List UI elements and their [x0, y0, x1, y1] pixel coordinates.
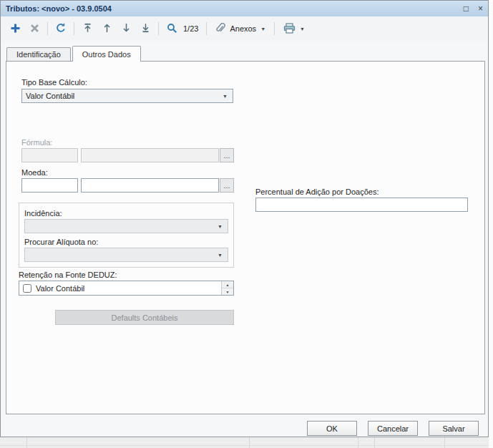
background-grid-line: [249, 437, 250, 448]
tab-outros-dados[interactable]: Outros Dados: [72, 46, 141, 62]
save-button[interactable]: Salvar: [429, 421, 479, 436]
moeda-label: Moeda:: [21, 168, 48, 177]
print-dropdown-button[interactable]: ▼: [279, 20, 309, 37]
tipo-base-calculo-value: Valor Contábil: [26, 92, 74, 100]
move-down-button[interactable]: [117, 20, 135, 37]
procurar-aliquota-label: Procurar Alíquota no:: [24, 238, 98, 246]
formula-description-field: [81, 148, 219, 162]
background-grid-line: [358, 437, 358, 448]
printer-icon: [283, 23, 296, 35]
retencao-spinner: ▲ ▼: [221, 281, 233, 295]
background-grid-line: [374, 437, 375, 448]
ok-button[interactable]: OK: [307, 421, 357, 436]
record-counter: 1/23: [183, 24, 198, 33]
retencao-list: Valor Contábil ▲ ▼: [19, 281, 234, 296]
spin-down-icon[interactable]: ▼: [222, 288, 233, 295]
add-record-button[interactable]: [6, 20, 24, 37]
window-controls: □ ×: [464, 4, 483, 13]
delete-record-button[interactable]: [26, 20, 43, 37]
moeda-code-field[interactable]: [21, 178, 78, 193]
retencao-checkbox[interactable]: [23, 284, 31, 293]
formula-label: Fórmula:: [21, 138, 52, 147]
cancel-button[interactable]: Cancelar: [368, 421, 418, 436]
retencao-label: Retenção na Fonte DEDUZ:: [19, 271, 117, 279]
window-title: Tributos: <novo> - 03.9.0504: [6, 4, 112, 13]
titlebar[interactable]: Tributos: <novo> - 03.9.0504 □ ×: [1, 1, 488, 16]
tab-identificacao[interactable]: Identificação: [6, 47, 71, 61]
toolbar-separator: [158, 22, 159, 35]
toolbar: 1/23 Anexos ▼: [1, 16, 488, 41]
toolbar-separator: [74, 22, 74, 35]
arrow-up-to-bar-icon: [83, 23, 92, 34]
background-column: [489, 0, 493, 448]
chevron-down-icon: ▼: [214, 224, 226, 229]
tab-strip: Identificação Outros Dados: [6, 46, 142, 61]
procurar-aliquota-combobox: ▼: [24, 248, 228, 262]
close-icon[interactable]: ×: [478, 4, 483, 13]
chevron-down-icon: ▼: [260, 26, 265, 31]
arrow-up-icon: [102, 23, 112, 34]
chevron-down-icon: ▼: [300, 26, 305, 31]
background-grid-line: [26, 437, 27, 448]
background-grid: [0, 437, 489, 448]
tipo-base-calculo-combobox[interactable]: Valor Contábil ▼: [21, 89, 233, 103]
last-record-button[interactable]: [137, 20, 154, 37]
percentual-adicao-label: Percentual de Adição por Doações:: [255, 188, 379, 196]
background-grid-line: [0, 445, 489, 446]
outros-dados-panel: Tipo Base Cálculo: Valor Contábil ▼ Fórm…: [6, 61, 485, 414]
anexos-dropdown-button[interactable]: Anexos ▼: [211, 20, 270, 37]
toolbar-separator: [47, 22, 48, 35]
magnifier-icon: [167, 23, 177, 35]
chevron-down-icon: ▼: [214, 253, 226, 258]
arrow-down-to-bar-icon: [141, 23, 150, 34]
percentual-adicao-input[interactable]: [255, 198, 468, 212]
maximize-icon[interactable]: □: [464, 4, 469, 13]
anexos-label: Anexos: [230, 24, 256, 33]
defaults-contabeis-button: Defaults Contábeis: [55, 310, 234, 325]
spin-up-icon[interactable]: ▲: [222, 281, 233, 288]
plus-icon: [10, 23, 21, 35]
move-up-button[interactable]: [98, 20, 115, 37]
formula-code-field: [21, 148, 78, 162]
screen: Tributos: <novo> - 03.9.0504 □ ×: [0, 0, 493, 448]
incidencia-label: Incidência:: [24, 209, 62, 218]
moeda-description-field[interactable]: [81, 178, 219, 193]
tipo-base-calculo-label: Tipo Base Cálculo:: [21, 78, 87, 87]
search-button[interactable]: [163, 20, 180, 37]
refresh-icon: [55, 22, 67, 35]
first-record-button[interactable]: [79, 20, 96, 37]
incidencia-combobox: ▼: [24, 219, 228, 233]
moeda-browse-button[interactable]: ...: [220, 178, 234, 193]
delete-x-icon: [30, 24, 39, 34]
retencao-item-label: Valor Contábil: [36, 284, 84, 293]
toolbar-separator: [274, 22, 275, 35]
paperclip-icon: [215, 23, 225, 35]
arrow-down-icon: [122, 23, 131, 34]
chevron-down-icon: ▼: [219, 94, 231, 99]
background-grid-line: [444, 437, 445, 448]
formula-browse-button[interactable]: ...: [220, 148, 234, 162]
toolbar-separator: [206, 22, 207, 35]
tributos-dialog: Tributos: <novo> - 03.9.0504 □ ×: [0, 0, 489, 437]
refresh-button[interactable]: [52, 20, 69, 37]
